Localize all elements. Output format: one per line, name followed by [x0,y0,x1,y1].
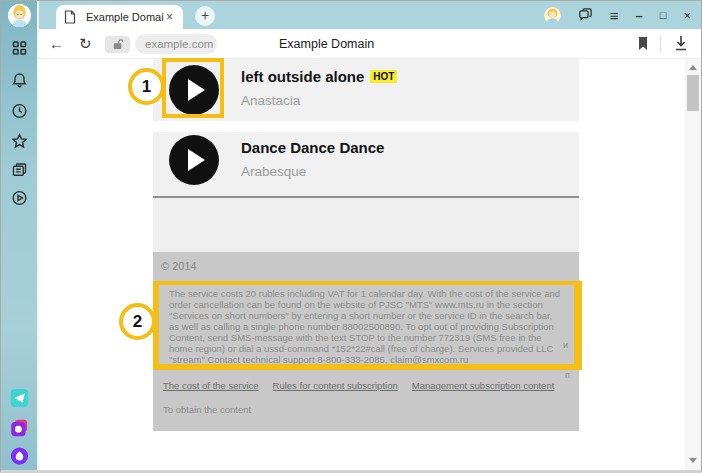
alice-icon [10,447,28,465]
empty-section [153,198,579,252]
new-tab-button[interactable]: + [195,6,215,26]
callout-1: 1 [128,68,165,105]
minimize-button[interactable]: – [636,9,643,22]
star-icon [10,132,28,150]
track-row: left outside aloneHOT Anastacia [153,59,579,121]
site-security-button[interactable] [105,36,130,53]
chat-panel-button[interactable] [578,7,593,24]
history-button[interactable] [10,101,29,120]
toolbar-divider [660,36,661,52]
tab-title: Example Domain [86,11,164,23]
chat-bubbles-icon [578,7,593,22]
toolbar: ← ↻ example.com Example Domain [39,29,701,59]
address-bar[interactable]: example.com [135,34,217,54]
clock-icon [10,102,28,120]
notifications-button[interactable] [10,70,29,89]
footer-link-management[interactable]: Management subscription content [412,380,555,391]
open-lock-icon [113,39,123,50]
purple-app-icon [10,419,28,437]
extension-avatar-button[interactable] [544,7,561,24]
stray-char: и [563,340,568,350]
maximize-button[interactable]: □ [660,10,667,21]
track-artist: Arabesque [241,164,384,179]
video-button[interactable] [10,188,29,207]
play-button-track2[interactable] [169,135,219,185]
hot-badge: HOT [370,70,397,83]
browser-tab[interactable]: Example Domain × [56,5,183,29]
document-icon [64,10,76,24]
bookmark-button[interactable] [636,36,650,51]
copyright-text: © 2014 [161,260,197,272]
grid-icon [10,39,28,57]
bookmarks-button[interactable] [10,131,29,150]
page-footer: © 2014 The service costs 20 rubles inclu… [153,252,579,431]
footer-link-rules[interactable]: Rules for content subscription [273,380,398,391]
download-button[interactable] [673,34,689,52]
footer-link-cost[interactable]: The cost of the service [163,380,259,391]
profile-avatar[interactable] [8,4,31,27]
messenger-button[interactable] [8,386,31,409]
download-icon [673,34,689,52]
back-button[interactable]: ← [49,35,64,53]
avatar-girl-icon [8,4,31,27]
browser-window: Example Domain × + ≡ – □ [0,0,702,473]
reload-button[interactable]: ↻ [79,35,92,53]
app-shortcut-button[interactable] [8,416,31,439]
track-title: left outside alone [241,68,364,85]
page-title: Example Domain [279,37,374,51]
footer-note: To obtain the content [163,404,251,415]
scrollbar-thumb[interactable] [687,75,699,111]
messenger-plane-icon [10,389,28,407]
titlebar: Example Domain × + ≡ – □ [39,1,701,29]
collections-button[interactable] [10,160,29,179]
track-title: Dance Dance Dance [241,139,384,156]
callout-2: 2 [119,303,156,340]
legal-text-box: The service costs 20 rubles including VA… [155,281,578,368]
stray-char: п [565,370,570,380]
close-window-button[interactable]: × [683,9,691,22]
track-artist: Anastacia [241,93,397,108]
track-row: Dance Dance Dance Arabesque [153,132,579,196]
web-page: left outside aloneHOT Anastacia Dance Da… [39,59,687,471]
tab-close-button[interactable]: × [164,10,175,24]
menu-button[interactable]: ≡ [610,8,619,23]
footer-links: The cost of the service Rules for conten… [163,380,554,391]
avatar-emoji-icon [544,7,561,24]
play-circle-icon [10,189,28,207]
browser-sidebar [1,1,39,470]
apps-grid-button[interactable] [10,38,29,57]
legal-text: The service costs 20 rubles including VA… [169,288,564,365]
alice-assistant-button[interactable] [8,444,31,467]
collections-icon [10,161,28,179]
bookmark-flag-icon [636,36,650,51]
scroll-down-button[interactable] [689,458,697,463]
scroll-up-button[interactable] [689,65,697,70]
page-scrollbar [685,59,701,471]
play-button-track1[interactable] [169,65,219,115]
bell-icon [10,71,28,89]
